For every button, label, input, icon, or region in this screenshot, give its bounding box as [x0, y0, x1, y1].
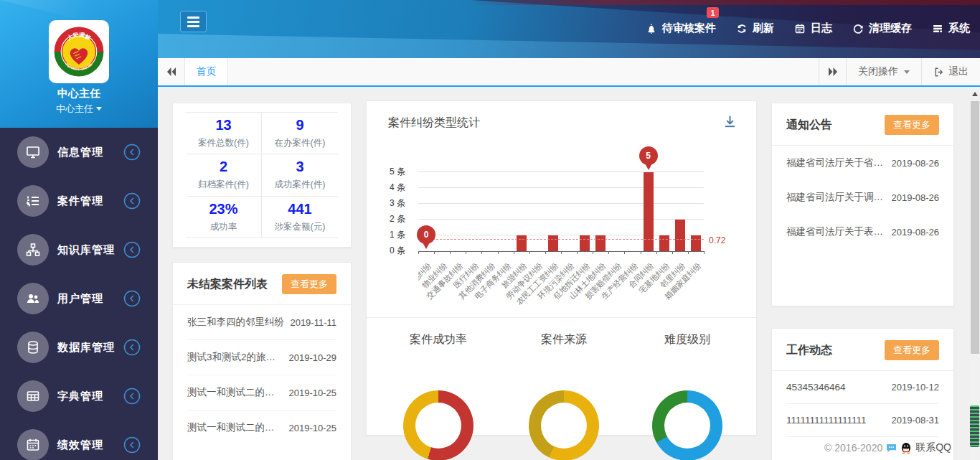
- case-name: 测试一和测试二的合同纠纷: [187, 421, 283, 434]
- chevron-left-circle-icon[interactable]: [123, 192, 141, 210]
- sidebar-item-performance-mgmt[interactable]: 绩效管理: [0, 421, 158, 460]
- sidebar-item-user-mgmt[interactable]: 用户管理: [0, 274, 158, 323]
- exit-button[interactable]: 退出: [921, 58, 980, 85]
- case-name: 测试一和测试二的合同纠纷: [187, 386, 283, 399]
- sidebar-nav: 信息管理 案件管理 知识库管理: [0, 128, 158, 460]
- scrollbar-up-arrow-icon[interactable]: [972, 92, 978, 96]
- average-line-label: 0.72: [709, 235, 725, 245]
- user-role: 中心主任: [0, 87, 158, 100]
- sidebar-item-dictionary-mgmt[interactable]: 字典管理: [0, 372, 158, 421]
- contact-qq-link[interactable]: 联系QQ: [915, 441, 951, 454]
- pending-cases-title: 未结案案件列表: [187, 277, 268, 292]
- y-axis-label: 4 条: [390, 182, 405, 194]
- stat-value: 2: [220, 159, 227, 175]
- sidebar-item-label: 知识库管理: [57, 243, 115, 257]
- copyright-text: © 2016-2020: [824, 442, 882, 454]
- hamburger-menu-button[interactable]: [180, 11, 207, 32]
- refresh-button[interactable]: 刷新: [736, 22, 774, 35]
- notice-date: 2019-08-26: [892, 192, 940, 203]
- log-button[interactable]: 日志: [794, 22, 832, 35]
- stat-success-rate[interactable]: 23% 成功率: [186, 197, 262, 238]
- scrollbar-thumb[interactable]: [971, 101, 979, 354]
- download-icon[interactable]: [722, 114, 738, 132]
- bar-婚姻家庭纠纷: [691, 235, 701, 251]
- work-updates-panel: 工作动态 查看更多 45345346464 2019-10-12 1111111…: [771, 328, 954, 460]
- pending-review-cases-button[interactable]: 1 待审核案件: [646, 22, 716, 35]
- work-update-name: 11111111111111111: [786, 415, 867, 426]
- chevron-left-circle-icon[interactable]: [123, 388, 141, 405]
- stat-total-cases[interactable]: 13 案件总数(件): [186, 113, 262, 154]
- clean-cache-icon: [852, 23, 864, 34]
- sidebar-item-case-mgmt[interactable]: 案件管理: [0, 177, 158, 225]
- work-updates-title: 工作动态: [786, 343, 832, 358]
- sidebar-item-info-mgmt[interactable]: 信息管理: [0, 128, 158, 177]
- donut-title-difficulty: 难度级别: [664, 332, 710, 347]
- qq-floating-widget[interactable]: [970, 405, 979, 447]
- close-operations-label: 关闭操作: [858, 65, 898, 78]
- user-dropdown[interactable]: 中心主任: [0, 103, 158, 116]
- y-axis-label: 3 条: [390, 197, 405, 210]
- y-axis-label: 0 条: [390, 245, 405, 257]
- chart-header: 案件纠纷类型统计: [367, 101, 756, 132]
- work-update-name: 45345346464: [786, 382, 846, 393]
- list-item[interactable]: 福建省司法厅关于省十... 2019-08-26: [786, 146, 939, 180]
- header-top-strip: [470, 0, 980, 5]
- chevron-left-circle-icon[interactable]: [123, 290, 141, 307]
- pending-cases-more-button[interactable]: 查看更多: [282, 274, 336, 294]
- stat-value: 23%: [209, 201, 237, 217]
- close-operations-dropdown[interactable]: 关闭操作: [846, 58, 921, 85]
- bar-旅游纠纷: [517, 235, 527, 251]
- bar-邻里纠纷: [675, 220, 685, 251]
- chevron-left-circle-icon[interactable]: [123, 339, 141, 356]
- database-icon: [17, 332, 49, 363]
- tabs-scroll-left-button[interactable]: [158, 58, 185, 85]
- chat-bubble-icon: [886, 443, 897, 453]
- caret-down-icon: [96, 107, 102, 111]
- sidebar-item-database-mgmt[interactable]: 数据库管理: [0, 323, 158, 372]
- stat-value: 3: [296, 159, 303, 175]
- tab-home-label: 首页: [197, 65, 217, 78]
- list-ol-icon: [17, 185, 49, 217]
- list-item[interactable]: 11111111111111111 2019-08-31: [786, 404, 939, 437]
- chevron-left-circle-icon[interactable]: [123, 241, 141, 258]
- chevron-left-circle-icon[interactable]: [123, 436, 141, 454]
- list-item[interactable]: 45345346464 2019-10-12: [786, 371, 939, 404]
- dispute-type-chart-panel: 案件纠纷类型统计 0 条1 条2 条3 条4 条5 条 50 0.72 其他纠纷…: [366, 100, 757, 436]
- log-calendar-icon: [794, 23, 806, 34]
- stat-active-cases[interactable]: 9 在办案件(件): [262, 113, 338, 154]
- list-item[interactable]: 福建省司法厅关于表彰2... 2019-08-26: [786, 215, 939, 249]
- main-content: 13 案件总数(件) 9 在办案件(件) 2 归档案件(件) 3 成功案件(件)…: [158, 87, 980, 460]
- donut-chart-success-rate: [403, 390, 473, 460]
- chevron-left-circle-icon[interactable]: [123, 144, 141, 161]
- sidebar-item-label: 信息管理: [57, 146, 103, 159]
- list-item[interactable]: 张三和李四的邻里纠纷 2019-11-11: [187, 305, 336, 340]
- panel-header: 未结案案件列表 查看更多: [173, 263, 351, 305]
- panel-header: 通知公告 查看更多: [772, 103, 953, 146]
- caret-down-icon: [904, 70, 910, 74]
- top-menu: 1 待审核案件 刷新 日志 清理缓存 系统: [646, 22, 970, 35]
- stat-label: 在办案件(件): [275, 137, 326, 149]
- stat-archived-cases[interactable]: 2 归档案件(件): [186, 154, 262, 196]
- list-item[interactable]: 福建省司法厅关于调整... 2019-08-26: [786, 180, 939, 215]
- system-button[interactable]: 系统: [932, 22, 970, 35]
- list-item[interactable]: 测试一和测试二的合同纠纷 2019-10-25: [187, 375, 336, 410]
- vertical-scrollbar[interactable]: [970, 87, 980, 460]
- work-updates-more-button[interactable]: 查看更多: [885, 340, 939, 360]
- list-item[interactable]: 测试3和测试2的旅游纠纷 2019-10-29: [187, 340, 336, 375]
- list-item[interactable]: 测试一和测试二的合同纠纷 2019-10-25: [187, 410, 336, 445]
- case-date: 2019-10-25: [289, 388, 337, 398]
- work-update-date: 2019-10-12: [892, 382, 940, 393]
- sidebar-item-label: 字典管理: [57, 390, 103, 403]
- calendar-icon: [17, 429, 49, 460]
- tabs-scroll-right-button[interactable]: [819, 58, 846, 85]
- bell-icon: [646, 23, 657, 34]
- stat-success-cases[interactable]: 3 成功案件(件): [262, 154, 338, 196]
- tab-home[interactable]: 首页: [185, 58, 228, 85]
- sidebar-item-knowledge-mgmt[interactable]: 知识库管理: [0, 225, 158, 274]
- stat-value: 9: [296, 117, 303, 133]
- clear-cache-button[interactable]: 清理缓存: [852, 22, 912, 35]
- pending-cases-list: 张三和李四的邻里纠纷 2019-11-11 测试3和测试2的旅游纠纷 2019-…: [173, 305, 351, 445]
- notices-more-button[interactable]: 查看更多: [885, 115, 939, 135]
- case-date: 2019-10-29: [289, 352, 337, 363]
- stat-amount-involved[interactable]: 441 涉案金额(元): [262, 197, 338, 238]
